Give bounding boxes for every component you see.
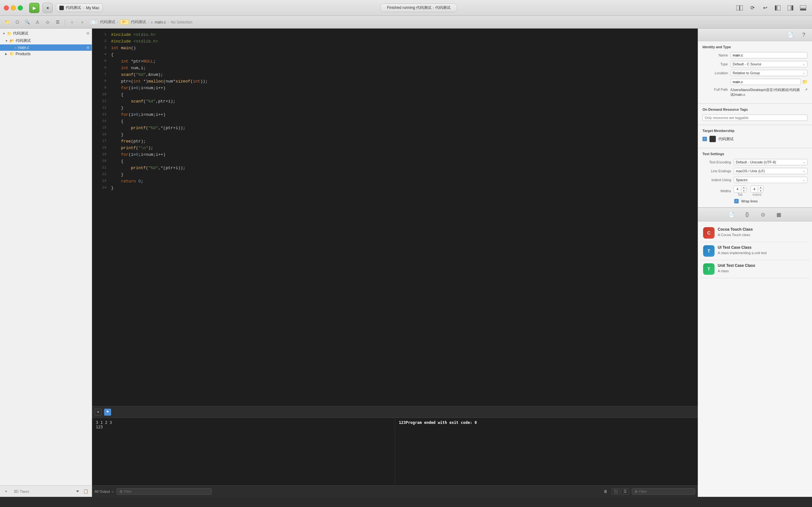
left-filter-input[interactable] — [124, 490, 209, 493]
location-select[interactable]: Relative to Group ⌄ — [730, 70, 808, 76]
code-line-11: 11 scanf("%d",ptr+i); — [92, 98, 698, 105]
code-line-2: 2 #include <stdlib.h> — [92, 38, 698, 45]
view-toggle-btns: ⬛ ☰ — [612, 488, 629, 495]
membership-checkbox[interactable]: ✓ — [702, 137, 707, 141]
scope-input[interactable] — [11, 489, 72, 494]
flag-btn[interactable]: ⚑ — [104, 409, 111, 415]
line-endings-select[interactable]: macOS / Unix (LF) ⌄ — [734, 168, 808, 174]
minimize-button[interactable] — [11, 5, 16, 10]
split-view-btn[interactable]: ⬛ — [612, 488, 620, 495]
code-line-19: 19 for(i=0;i<num;i++) — [92, 152, 698, 158]
snippet-object-btn[interactable]: ⊙ — [758, 210, 768, 219]
search-navigator-btn[interactable]: 🔍 — [23, 18, 32, 26]
encoding-arrow: ⌄ — [803, 161, 805, 164]
editor-layout-btn[interactable] — [735, 3, 745, 13]
snippet-code-btn[interactable]: {} — [743, 210, 752, 219]
delete-btn[interactable]: 🗑 — [602, 488, 609, 495]
encoding-select[interactable]: Default - Unicode (UTF-8) ⌄ — [734, 159, 808, 165]
tab-down-arrow[interactable]: ▼ — [741, 189, 746, 192]
code-editor[interactable]: 1 #include <stdio.h> 2 #include <stdlib.… — [92, 29, 698, 406]
on-demand-input[interactable] — [702, 115, 808, 121]
inspector-file-btn[interactable]: 📄 — [785, 30, 796, 40]
sidebar-item-products[interactable]: ▶ 📁 Products — [0, 51, 92, 57]
titlebar-right: ⟳ ↩ — [735, 3, 808, 13]
sidebar-item-mainc[interactable]: c main.c M — [0, 44, 92, 51]
filename-input[interactable] — [730, 79, 801, 85]
fullscreen-button[interactable] — [18, 5, 23, 10]
target-title: Target Membership — [702, 129, 808, 133]
filter-btn[interactable]: ⏷ — [74, 488, 81, 495]
bc-group[interactable]: 代码测试 — [131, 19, 146, 25]
bc-project[interactable]: 代码测试 — [100, 19, 115, 25]
indent-select[interactable]: Spaces ⌄ — [734, 177, 808, 183]
sidebar-content: ▼ 📁 代码测试 M ▼ 📂 代码测试 c main.c M ▶ 📁 — [0, 29, 92, 486]
destination-name: My Mac — [86, 6, 99, 10]
report-navigator-btn[interactable]: ☰ — [53, 18, 62, 26]
code-line-24: 24 } — [92, 185, 698, 191]
snippet-cocoa-touch[interactable]: C Cocoa Touch Class A Cocoa Touch class — [701, 224, 809, 242]
inspector-toggle-btn[interactable] — [785, 3, 796, 13]
debug-area-btn[interactable] — [798, 3, 808, 13]
sidebar-bottom-right: ⏷ 📋 — [74, 488, 89, 495]
type-select[interactable]: Default - C Source ⌄ — [730, 61, 808, 67]
encoding-label: Text Encoding — [702, 160, 731, 164]
on-demand-section: On Demand Resource Tags — [698, 104, 812, 125]
back-btn[interactable]: ‹ — [68, 18, 76, 26]
sidebar-item-group[interactable]: ▼ 📂 代码测试 — [0, 37, 92, 44]
wrap-checkbox[interactable]: ✓ — [734, 199, 739, 204]
tab-up-arrow[interactable]: ▲ — [741, 186, 746, 189]
assistant-btn[interactable]: ⟳ — [747, 3, 757, 13]
right-filter-input[interactable] — [639, 490, 692, 493]
jump-bar-btn[interactable]: ↩ — [760, 3, 770, 13]
wrap-label: Wrap lines — [741, 199, 758, 203]
bc-c-icon: c — [151, 20, 153, 24]
navigator-btn[interactable] — [773, 3, 783, 13]
all-output-selector[interactable]: All Output ⌄ — [95, 489, 114, 493]
recent-btn[interactable]: 📋 — [82, 488, 89, 495]
left-filter-box[interactable]: ⊘ — [116, 488, 212, 495]
test-navigator-btn[interactable]: ◇ — [43, 18, 52, 26]
snippet-unittest[interactable]: T Unit Test Case Class A class — [701, 260, 809, 278]
indent-stepper[interactable]: 4 ▲ ▼ — [750, 186, 763, 192]
filename-folder-icon[interactable]: 📁 — [802, 79, 808, 84]
forward-btn[interactable]: › — [78, 18, 87, 26]
scheme-selector[interactable]: 代码测试 › My Mac — [56, 3, 103, 12]
run-button[interactable]: ▶ — [29, 3, 39, 13]
bc-file[interactable]: main.c — [155, 20, 166, 24]
sidebar-bottom: + ⏷ 📋 — [0, 486, 92, 497]
unittest-icon: T — [703, 263, 714, 275]
name-row: Name — [702, 52, 808, 58]
uitest-title: UI Test Case Class — [718, 245, 807, 250]
widths-label: Widths — [702, 189, 731, 193]
symbol-navigator-btn[interactable]: ⬡ — [13, 18, 21, 26]
indent-up-arrow[interactable]: ▲ — [758, 186, 763, 189]
inspector-help-btn[interactable]: ? — [799, 30, 809, 40]
code-line-7: 7 scanf("%d",&num); — [92, 72, 698, 78]
list-view-btn[interactable]: ☰ — [621, 488, 629, 495]
full-path-reveal-icon[interactable]: ↗ — [805, 88, 808, 92]
breadcrumb: 📄 代码测试 › 📂 代码测试 › c main.c › No Selectio… — [89, 19, 193, 25]
indent-down-arrow[interactable]: ▼ — [758, 189, 763, 192]
indent-arrow: ⌄ — [803, 178, 805, 181]
stop-button[interactable]: ■ — [43, 3, 53, 13]
terminal-area: 3 1 2 3 123 123Program ended with exit c… — [92, 417, 698, 497]
issue-navigator-btn[interactable]: ⚠ — [33, 18, 42, 26]
code-line-5: 5 int *ptr=NULL; — [92, 58, 698, 65]
close-button[interactable] — [4, 5, 9, 10]
uitest-icon: T — [703, 245, 714, 257]
snippet-uitest[interactable]: T UI Test Case Class A class implementin… — [701, 242, 809, 260]
file-navigator-btn[interactable]: 📁 — [3, 18, 11, 26]
right-filter-box[interactable]: ⊘ — [632, 488, 695, 495]
svg-rect-4 — [788, 5, 791, 10]
scheme-dot — [59, 6, 64, 10]
project-label: 代码测试 — [13, 31, 28, 36]
bc-folder-icon: 📂 — [120, 19, 129, 25]
add-file-btn[interactable]: + — [3, 488, 9, 495]
name-input[interactable] — [730, 52, 808, 58]
indent-value: Spaces — [736, 178, 748, 182]
collapse-debug-btn[interactable]: ▼ — [95, 409, 102, 415]
snippet-file-btn[interactable]: 📄 — [726, 210, 736, 219]
sidebar-item-project[interactable]: ▼ 📁 代码测试 M — [0, 30, 92, 37]
snippet-media-btn[interactable]: ▦ — [774, 210, 784, 219]
tab-stepper[interactable]: 4 ▲ ▼ — [734, 186, 747, 192]
